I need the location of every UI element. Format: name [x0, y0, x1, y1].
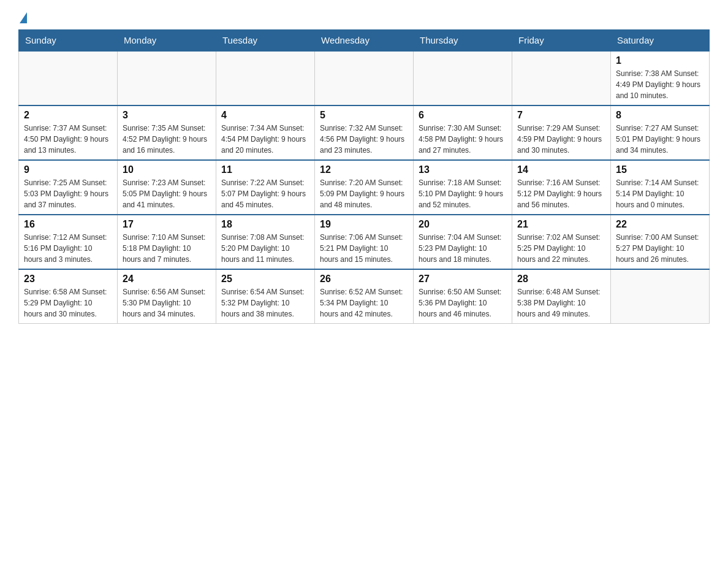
day-info: Sunrise: 7:37 AM Sunset: 4:50 PM Dayligh… [24, 123, 112, 156]
day-info: Sunrise: 7:06 AM Sunset: 5:21 PM Dayligh… [320, 232, 408, 265]
calendar-cell: 12Sunrise: 7:20 AM Sunset: 5:09 PM Dayli… [315, 160, 414, 215]
calendar-cell: 24Sunrise: 6:56 AM Sunset: 5:30 PM Dayli… [118, 269, 216, 324]
weekday-header: Wednesday [315, 30, 414, 52]
day-number: 4 [221, 110, 309, 121]
day-number: 20 [419, 219, 507, 230]
calendar-cell [118, 51, 216, 105]
calendar-cell: 15Sunrise: 7:14 AM Sunset: 5:14 PM Dayli… [611, 160, 710, 215]
calendar-cell: 7Sunrise: 7:29 AM Sunset: 4:59 PM Daylig… [512, 105, 611, 160]
day-info: Sunrise: 7:23 AM Sunset: 5:05 PM Dayligh… [123, 177, 211, 210]
weekday-header: Tuesday [216, 30, 315, 52]
calendar-week-row: 23Sunrise: 6:58 AM Sunset: 5:29 PM Dayli… [19, 269, 710, 324]
logo [18, 12, 27, 23]
calendar-cell: 19Sunrise: 7:06 AM Sunset: 5:21 PM Dayli… [315, 215, 414, 269]
calendar-cell: 14Sunrise: 7:16 AM Sunset: 5:12 PM Dayli… [512, 160, 611, 215]
calendar-cell: 25Sunrise: 6:54 AM Sunset: 5:32 PM Dayli… [216, 269, 315, 324]
day-info: Sunrise: 7:25 AM Sunset: 5:03 PM Dayligh… [24, 177, 112, 210]
day-number: 1 [616, 55, 704, 66]
calendar-cell [315, 51, 414, 105]
calendar-cell: 20Sunrise: 7:04 AM Sunset: 5:23 PM Dayli… [414, 215, 512, 269]
day-info: Sunrise: 7:18 AM Sunset: 5:10 PM Dayligh… [419, 177, 507, 210]
calendar-table: SundayMondayTuesdayWednesdayThursdayFrid… [18, 29, 710, 324]
day-number: 11 [221, 164, 309, 175]
day-number: 12 [320, 164, 408, 175]
day-info: Sunrise: 7:20 AM Sunset: 5:09 PM Dayligh… [320, 177, 408, 210]
day-number: 8 [616, 110, 704, 121]
day-number: 17 [123, 219, 211, 230]
day-info: Sunrise: 7:14 AM Sunset: 5:14 PM Dayligh… [616, 177, 704, 210]
day-number: 27 [419, 274, 507, 285]
day-number: 19 [320, 219, 408, 230]
calendar-cell: 13Sunrise: 7:18 AM Sunset: 5:10 PM Dayli… [414, 160, 512, 215]
day-info: Sunrise: 7:10 AM Sunset: 5:18 PM Dayligh… [123, 232, 211, 265]
day-number: 13 [419, 164, 507, 175]
calendar-cell: 17Sunrise: 7:10 AM Sunset: 5:18 PM Dayli… [118, 215, 216, 269]
day-number: 14 [517, 164, 605, 175]
day-info: Sunrise: 7:22 AM Sunset: 5:07 PM Dayligh… [221, 177, 309, 210]
day-number: 18 [221, 219, 309, 230]
day-info: Sunrise: 6:50 AM Sunset: 5:36 PM Dayligh… [419, 286, 507, 320]
calendar-cell: 2Sunrise: 7:37 AM Sunset: 4:50 PM Daylig… [19, 105, 118, 160]
day-info: Sunrise: 7:02 AM Sunset: 5:25 PM Dayligh… [517, 232, 605, 265]
calendar-cell [512, 51, 611, 105]
day-number: 3 [123, 110, 211, 121]
day-info: Sunrise: 7:12 AM Sunset: 5:16 PM Dayligh… [24, 232, 112, 265]
day-info: Sunrise: 6:52 AM Sunset: 5:34 PM Dayligh… [320, 286, 408, 320]
day-info: Sunrise: 7:00 AM Sunset: 5:27 PM Dayligh… [616, 232, 704, 265]
day-info: Sunrise: 7:35 AM Sunset: 4:52 PM Dayligh… [123, 123, 211, 156]
weekday-header: Monday [118, 30, 216, 52]
calendar-cell [414, 51, 512, 105]
calendar-cell: 9Sunrise: 7:25 AM Sunset: 5:03 PM Daylig… [19, 160, 118, 215]
day-number: 24 [123, 274, 211, 285]
day-info: Sunrise: 6:54 AM Sunset: 5:32 PM Dayligh… [221, 286, 309, 320]
calendar-cell: 16Sunrise: 7:12 AM Sunset: 5:16 PM Dayli… [19, 215, 118, 269]
calendar-week-row: 9Sunrise: 7:25 AM Sunset: 5:03 PM Daylig… [19, 160, 710, 215]
day-number: 5 [320, 110, 408, 121]
day-number: 9 [24, 164, 112, 175]
weekday-header: Friday [512, 30, 611, 52]
calendar-cell: 8Sunrise: 7:27 AM Sunset: 5:01 PM Daylig… [611, 105, 710, 160]
day-info: Sunrise: 7:08 AM Sunset: 5:20 PM Dayligh… [221, 232, 309, 265]
day-number: 23 [24, 274, 112, 285]
calendar-cell: 11Sunrise: 7:22 AM Sunset: 5:07 PM Dayli… [216, 160, 315, 215]
page-header [18, 12, 710, 23]
calendar-cell: 23Sunrise: 6:58 AM Sunset: 5:29 PM Dayli… [19, 269, 118, 324]
day-number: 15 [616, 164, 704, 175]
calendar-week-row: 16Sunrise: 7:12 AM Sunset: 5:16 PM Dayli… [19, 215, 710, 269]
calendar-cell [611, 269, 710, 324]
calendar-header-row: SundayMondayTuesdayWednesdayThursdayFrid… [19, 30, 710, 52]
weekday-header: Thursday [414, 30, 512, 52]
day-info: Sunrise: 7:32 AM Sunset: 4:56 PM Dayligh… [320, 123, 408, 156]
weekday-header: Saturday [611, 30, 710, 52]
calendar-cell [19, 51, 118, 105]
day-info: Sunrise: 7:34 AM Sunset: 4:54 PM Dayligh… [221, 123, 309, 156]
day-number: 28 [517, 274, 605, 285]
calendar-week-row: 1Sunrise: 7:38 AM Sunset: 4:49 PM Daylig… [19, 51, 710, 105]
weekday-header: Sunday [19, 30, 118, 52]
day-info: Sunrise: 6:56 AM Sunset: 5:30 PM Dayligh… [123, 286, 211, 320]
calendar-cell: 26Sunrise: 6:52 AM Sunset: 5:34 PM Dayli… [315, 269, 414, 324]
calendar-cell: 1Sunrise: 7:38 AM Sunset: 4:49 PM Daylig… [611, 51, 710, 105]
day-info: Sunrise: 7:38 AM Sunset: 4:49 PM Dayligh… [616, 68, 704, 101]
day-number: 22 [616, 219, 704, 230]
calendar-cell: 22Sunrise: 7:00 AM Sunset: 5:27 PM Dayli… [611, 215, 710, 269]
calendar-cell: 3Sunrise: 7:35 AM Sunset: 4:52 PM Daylig… [118, 105, 216, 160]
day-number: 26 [320, 274, 408, 285]
day-info: Sunrise: 7:29 AM Sunset: 4:59 PM Dayligh… [517, 123, 605, 156]
calendar-cell: 21Sunrise: 7:02 AM Sunset: 5:25 PM Dayli… [512, 215, 611, 269]
calendar-cell: 6Sunrise: 7:30 AM Sunset: 4:58 PM Daylig… [414, 105, 512, 160]
day-info: Sunrise: 7:16 AM Sunset: 5:12 PM Dayligh… [517, 177, 605, 210]
day-info: Sunrise: 6:48 AM Sunset: 5:38 PM Dayligh… [517, 286, 605, 320]
calendar-cell: 4Sunrise: 7:34 AM Sunset: 4:54 PM Daylig… [216, 105, 315, 160]
calendar-week-row: 2Sunrise: 7:37 AM Sunset: 4:50 PM Daylig… [19, 105, 710, 160]
day-info: Sunrise: 6:58 AM Sunset: 5:29 PM Dayligh… [24, 286, 112, 320]
day-number: 2 [24, 110, 112, 121]
logo-arrow-icon [20, 12, 27, 23]
day-number: 7 [517, 110, 605, 121]
day-info: Sunrise: 7:30 AM Sunset: 4:58 PM Dayligh… [419, 123, 507, 156]
calendar-cell: 28Sunrise: 6:48 AM Sunset: 5:38 PM Dayli… [512, 269, 611, 324]
day-info: Sunrise: 7:04 AM Sunset: 5:23 PM Dayligh… [419, 232, 507, 265]
calendar-cell: 10Sunrise: 7:23 AM Sunset: 5:05 PM Dayli… [118, 160, 216, 215]
day-number: 25 [221, 274, 309, 285]
day-number: 21 [517, 219, 605, 230]
